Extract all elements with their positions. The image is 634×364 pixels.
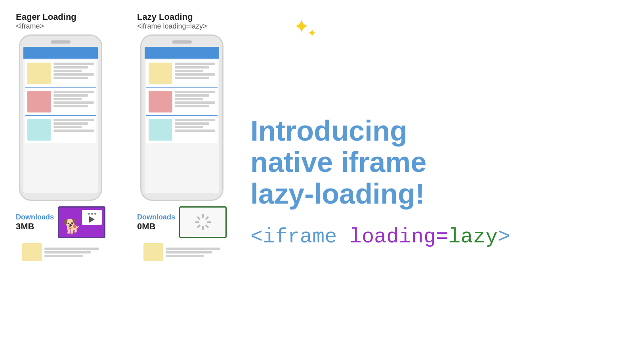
lazy-page-section-1 bbox=[146, 60, 218, 88]
eager-iframe-thumbnail: 🐕 bbox=[58, 206, 105, 238]
intro-line-1: Introducing bbox=[250, 115, 618, 147]
intro-heading: Introducing native iframe lazy-loading! bbox=[250, 115, 618, 210]
lazy-bottom-yellow-block bbox=[143, 243, 163, 261]
text-lines-2 bbox=[53, 91, 94, 107]
text-line bbox=[53, 70, 82, 72]
phone-top-bar bbox=[23, 47, 98, 59]
svg-line-5 bbox=[206, 225, 208, 228]
eager-phone-content bbox=[23, 59, 98, 193]
svg-line-6 bbox=[206, 217, 208, 219]
page-section-1 bbox=[25, 60, 96, 88]
red-block bbox=[27, 91, 51, 112]
text-line bbox=[175, 94, 209, 97]
text-line bbox=[175, 98, 203, 100]
lazy-title: Lazy Loading bbox=[137, 12, 207, 22]
lazy-bottom-text-lines bbox=[166, 243, 220, 261]
lazy-subtitle: <iframe loading=lazy> bbox=[137, 22, 207, 30]
code-snippet: <iframe loading=lazy> bbox=[250, 225, 618, 249]
text-line bbox=[53, 63, 94, 65]
text-line bbox=[53, 94, 88, 97]
lazy-cyan-block bbox=[149, 119, 172, 141]
svg-line-7 bbox=[197, 225, 200, 228]
text-line bbox=[44, 251, 91, 253]
phone-speaker-2 bbox=[172, 40, 192, 44]
text-line bbox=[175, 105, 209, 107]
main-container: Eager Loading <iframe> bbox=[0, 0, 634, 364]
yellow-block bbox=[27, 63, 51, 84]
text-line bbox=[166, 251, 212, 253]
phones-comparison: Eager Loading <iframe> bbox=[16, 12, 227, 264]
eager-subtitle: <iframe> bbox=[16, 22, 76, 30]
code-lazy-part: lazy bbox=[448, 225, 498, 249]
lazy-iframe-thumbnail bbox=[179, 206, 227, 238]
text-line bbox=[175, 130, 215, 132]
eager-downloads-text: Downloads bbox=[16, 213, 54, 221]
text-line bbox=[53, 122, 88, 125]
text-line bbox=[175, 122, 209, 125]
text-line bbox=[44, 255, 83, 257]
text-line bbox=[175, 101, 215, 104]
intro-line-3: lazy-loading! bbox=[250, 178, 618, 210]
cyan-block bbox=[27, 119, 51, 141]
lazy-yellow-block bbox=[149, 63, 172, 84]
text-line bbox=[166, 248, 220, 250]
text-line bbox=[175, 73, 215, 76]
lazy-downloads-area: Downloads 0MB bbox=[137, 206, 227, 238]
video-icon bbox=[82, 210, 102, 225]
lazy-label: Lazy Loading <iframe loading=lazy> bbox=[137, 12, 207, 30]
text-lines-1 bbox=[53, 63, 94, 79]
lazy-page-section-2 bbox=[146, 88, 218, 116]
text-line bbox=[175, 66, 209, 69]
text-line bbox=[53, 130, 94, 132]
text-line bbox=[53, 98, 82, 100]
lazy-phone bbox=[140, 34, 223, 201]
eager-downloads-area: Downloads 3MB 🐕 bbox=[16, 206, 105, 238]
text-line bbox=[166, 255, 204, 257]
phone-top-bar-2 bbox=[145, 47, 219, 59]
text-line bbox=[175, 70, 203, 72]
page-section-2 bbox=[25, 88, 96, 116]
code-loading-part: loading= bbox=[349, 225, 449, 249]
lazy-phone-content bbox=[145, 59, 219, 193]
text-line bbox=[53, 77, 88, 79]
page-section-3 bbox=[25, 116, 96, 143]
text-line bbox=[53, 119, 94, 121]
eager-phone-screen bbox=[23, 47, 98, 193]
lazy-page-section-3 bbox=[146, 116, 218, 143]
lazy-phone-screen bbox=[145, 47, 219, 193]
lazy-downloads-label: Downloads 0MB bbox=[137, 213, 175, 232]
lazy-text-lines-3 bbox=[175, 119, 215, 132]
text-line bbox=[53, 91, 94, 93]
text-line bbox=[175, 63, 215, 65]
lazy-bottom-card bbox=[140, 240, 223, 264]
lazy-text-lines-1 bbox=[175, 63, 215, 79]
text-line bbox=[53, 66, 88, 69]
bottom-text-lines bbox=[44, 243, 99, 261]
lazy-loading-column: Lazy Loading <iframe loading=lazy> bbox=[137, 12, 227, 264]
lazy-text-lines-2 bbox=[175, 91, 215, 107]
bottom-yellow-block bbox=[22, 243, 42, 261]
text-line bbox=[44, 248, 99, 250]
code-iframe-part: <iframe bbox=[250, 225, 349, 249]
lazy-downloads-text: Downloads bbox=[137, 213, 175, 221]
text-line bbox=[175, 77, 209, 79]
svg-line-4 bbox=[197, 217, 200, 219]
intro-line-2: native iframe bbox=[250, 147, 618, 178]
text-line bbox=[53, 105, 88, 107]
eager-label: Eager Loading <iframe> bbox=[16, 12, 76, 30]
text-line bbox=[53, 73, 94, 76]
text-line bbox=[175, 119, 215, 121]
text-line bbox=[53, 101, 94, 104]
phone-speaker bbox=[51, 40, 71, 44]
text-line bbox=[175, 126, 203, 128]
eager-title: Eager Loading bbox=[16, 12, 76, 22]
eager-downloads-size: 3MB bbox=[16, 221, 54, 232]
text-line bbox=[175, 91, 215, 93]
code-close-part: > bbox=[498, 225, 510, 249]
eager-loading-column: Eager Loading <iframe> bbox=[16, 12, 105, 264]
lazy-downloads-size: 0MB bbox=[137, 221, 175, 232]
text-line bbox=[53, 126, 82, 128]
play-button-icon bbox=[89, 216, 95, 223]
spinner-icon bbox=[193, 212, 213, 232]
text-lines-3 bbox=[53, 119, 94, 132]
